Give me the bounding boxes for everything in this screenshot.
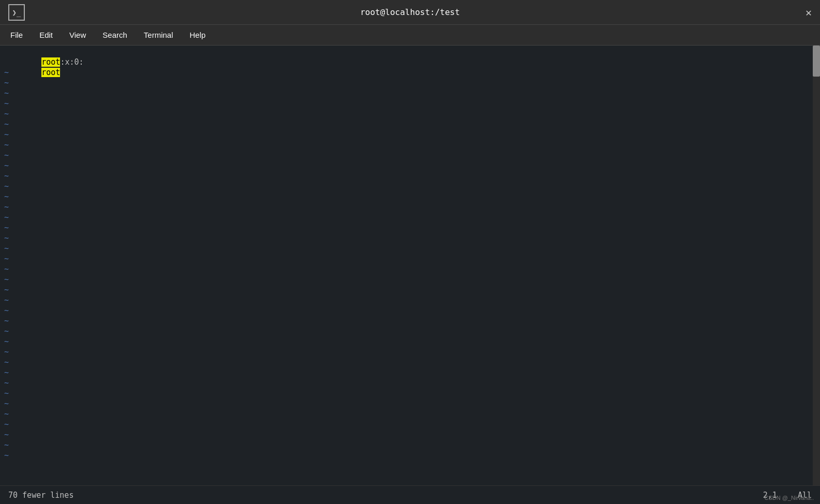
watermark: CSDN @_Nirvana.. (762, 494, 816, 502)
scrollbar-thumb[interactable] (813, 46, 820, 77)
tilde-line-15: ~ (4, 212, 809, 223)
terminal-icon[interactable]: ❯_ (8, 4, 25, 21)
scrollbar-track[interactable] (813, 46, 820, 485)
tilde-line-24: ~ (4, 305, 809, 316)
tilde-line-31: ~ (4, 378, 809, 388)
tilde-line-1: ~ (4, 67, 809, 78)
tilde-line-22: ~ (4, 285, 809, 295)
status-message: 70 fewer lines (8, 491, 73, 500)
tilde-line-5: ~ (4, 109, 809, 119)
tilde-line-23: ~ (4, 295, 809, 305)
tilde-line-6: ~ (4, 119, 809, 129)
menu-search[interactable]: Search (96, 28, 133, 41)
editor-line-1: root:x:0: (4, 47, 809, 57)
highlighted-root-2: root (41, 68, 60, 77)
tilde-line-30: ~ (4, 367, 809, 378)
tilde-line-14: ~ (4, 202, 809, 212)
tilde-line-33: ~ (4, 398, 809, 409)
tilde-line-36: ~ (4, 429, 809, 440)
tilde-line-37: ~ (4, 440, 809, 450)
tilde-line-25: ~ (4, 316, 809, 326)
title-bar: ❯_ root@localhost:/test ✕ (0, 0, 820, 25)
tilde-line-32: ~ (4, 388, 809, 398)
editor-area: root:x:0: root ~ ~ ~ ~ ~ ~ ~ ~ ~ ~ ~ ~ ~… (0, 46, 820, 485)
tilde-line-38: ~ (4, 450, 809, 461)
tilde-line-4: ~ (4, 98, 809, 109)
menu-help[interactable]: Help (184, 28, 212, 41)
window-title: root@localhost:/test (360, 7, 460, 17)
menu-edit[interactable]: Edit (33, 28, 59, 41)
tilde-line-27: ~ (4, 336, 809, 347)
editor-line-2: root (4, 57, 809, 67)
tilde-line-18: ~ (4, 243, 809, 254)
menu-view[interactable]: View (63, 28, 92, 41)
tilde-line-26: ~ (4, 326, 809, 336)
line1-rest: :x:0: (60, 57, 83, 67)
tilde-line-12: ~ (4, 181, 809, 191)
tilde-line-7: ~ (4, 129, 809, 140)
tilde-line-21: ~ (4, 274, 809, 285)
tilde-line-13: ~ (4, 191, 809, 202)
menu-file[interactable]: File (4, 28, 29, 41)
tilde-line-11: ~ (4, 171, 809, 181)
status-bar: 70 fewer lines 2,1 All (0, 485, 820, 504)
close-button[interactable]: ✕ (806, 7, 812, 18)
tilde-line-3: ~ (4, 88, 809, 98)
menu-bar: File Edit View Search Terminal Help (0, 25, 820, 46)
tilde-line-10: ~ (4, 160, 809, 171)
tilde-line-35: ~ (4, 419, 809, 429)
tilde-line-8: ~ (4, 140, 809, 150)
terminal-icon-glyph: ❯_ (12, 8, 21, 17)
tilde-line-17: ~ (4, 233, 809, 243)
editor-content[interactable]: root:x:0: root ~ ~ ~ ~ ~ ~ ~ ~ ~ ~ ~ ~ ~… (0, 46, 813, 485)
tilde-line-2: ~ (4, 78, 809, 88)
menu-terminal[interactable]: Terminal (138, 28, 180, 41)
tilde-line-34: ~ (4, 409, 809, 419)
tilde-line-29: ~ (4, 357, 809, 367)
tilde-line-28: ~ (4, 347, 809, 357)
tilde-line-19: ~ (4, 254, 809, 264)
tilde-line-16: ~ (4, 223, 809, 233)
tilde-line-9: ~ (4, 150, 809, 160)
tilde-line-20: ~ (4, 264, 809, 274)
